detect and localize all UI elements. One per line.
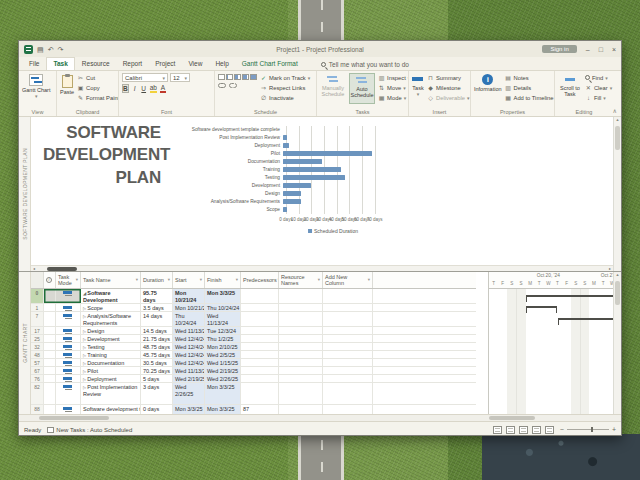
indicator-cell[interactable]	[44, 351, 56, 358]
summary-task-bar[interactable]	[558, 318, 622, 323]
finish-cell[interactable]: Mon 3/3/25	[205, 405, 241, 414]
finish-cell[interactable]: Tue 12/3/24	[205, 327, 241, 334]
timeline-scroll-handle[interactable]	[489, 416, 535, 420]
expand-icon[interactable]: ▷	[83, 353, 86, 358]
expand-icon[interactable]: ▷	[83, 369, 86, 374]
duration-cell[interactable]: 5 days	[141, 375, 173, 382]
row-id-cell[interactable]: 32	[31, 343, 44, 350]
sign-in-button[interactable]: Sign in	[542, 45, 576, 53]
task-name-cell[interactable]: ▷Development	[81, 335, 141, 342]
duration-cell[interactable]: 3 days	[141, 383, 173, 404]
format-painter-button[interactable]: ✎Format Painter	[77, 93, 115, 102]
finish-cell[interactable]: Mon 3/3/25	[205, 289, 241, 303]
add-new-column-cell[interactable]	[323, 405, 373, 414]
column-header-mode[interactable]: Task Mode▾	[56, 272, 81, 288]
scrollbar-handle[interactable]	[615, 281, 620, 305]
table-row[interactable]: 1▷Scope3.5 daysMon 10/21/24Thu 10/24/24	[31, 304, 476, 312]
indicator-cell[interactable]	[44, 289, 56, 303]
link-tasks-icon[interactable]	[218, 83, 226, 88]
task-mode-cell[interactable]	[56, 304, 81, 311]
collapse-ribbon-icon[interactable]: ∧	[613, 107, 617, 114]
add-new-column-cell[interactable]	[323, 327, 373, 334]
duration-cell[interactable]: 14.5 days	[141, 327, 173, 334]
table-row[interactable]: 82▷Post Implementation Review3 daysWed 2…	[31, 383, 476, 405]
expand-icon[interactable]: ▷	[83, 306, 86, 311]
row-id-cell[interactable]: 76	[31, 375, 44, 382]
new-tasks-mode[interactable]: New Tasks : Auto Scheduled	[47, 427, 132, 433]
mode-button[interactable]: ▦Mode▾	[378, 93, 405, 102]
resource-names-cell[interactable]	[279, 367, 323, 374]
resource-names-cell[interactable]	[279, 312, 323, 326]
task-name-cell[interactable]: ▷Deployment	[81, 375, 141, 382]
start-cell[interactable]: Thu 10/24/24	[173, 312, 205, 326]
indicator-cell[interactable]	[44, 304, 56, 311]
gantt-chart-view-button[interactable]: Gantt Chart▾	[22, 73, 50, 100]
save-icon[interactable]: ▤	[37, 46, 44, 53]
inspect-button[interactable]: ▥Inspect▾	[378, 73, 405, 82]
information-button[interactable]: i Information	[474, 73, 502, 92]
expand-icon[interactable]: ▷	[83, 377, 86, 382]
add-new-column-cell[interactable]	[323, 367, 373, 374]
resource-names-cell[interactable]	[279, 289, 323, 303]
respect-links-button[interactable]: ⇒Respect Links	[260, 83, 310, 92]
task-name-cell[interactable]: ▷Training	[81, 351, 141, 358]
move-button[interactable]: ⇅Move▾	[378, 83, 405, 92]
tab-report[interactable]: Report	[117, 58, 149, 70]
task-name-cell[interactable]: ▷Analysis/Software Requirements	[81, 312, 141, 326]
auto-schedule-button[interactable]: Auto Schedule	[349, 73, 375, 104]
add-new-column-cell[interactable]	[323, 375, 373, 382]
expand-icon[interactable]: ▷	[83, 345, 86, 350]
task-mode-cell[interactable]	[56, 359, 81, 366]
table-row[interactable]: 76▷Deployment5 daysWed 2/19/25Wed 2/26/2…	[31, 375, 476, 383]
column-header-resource[interactable]: Resource Names▾	[279, 272, 323, 288]
add-new-column-cell[interactable]	[323, 351, 373, 358]
column-header-addnew[interactable]: Add New Column▾	[323, 272, 373, 288]
table-scroll-handle[interactable]	[39, 416, 109, 420]
indicator-cell[interactable]	[44, 327, 56, 334]
finish-cell[interactable]: Wed 11/13/24	[205, 312, 241, 326]
task-name-cell[interactable]: ▷Documentation	[81, 359, 141, 366]
indicator-cell[interactable]	[44, 367, 56, 374]
predecessors-cell[interactable]	[241, 327, 279, 334]
duration-cell[interactable]: 45.75 days	[141, 351, 173, 358]
add-new-column-cell[interactable]	[323, 304, 373, 311]
resource-names-cell[interactable]	[279, 351, 323, 358]
expand-icon[interactable]: ▷	[83, 314, 86, 319]
percent-100-icon[interactable]	[250, 74, 257, 80]
task-mode-cell[interactable]	[56, 405, 81, 414]
expand-icon[interactable]: ◢	[83, 291, 86, 296]
add-new-column-cell[interactable]	[323, 289, 373, 303]
report-vertical-scrollbar[interactable]: ▲	[613, 117, 621, 271]
column-header-duration[interactable]: Duration▾	[141, 272, 173, 288]
task-name-cell[interactable]: Software development template complete	[81, 405, 141, 414]
finish-cell[interactable]: Wed 2/26/25	[205, 375, 241, 382]
duration-cell[interactable]: 14 days	[141, 312, 173, 326]
column-header-id[interactable]	[31, 272, 44, 288]
start-cell[interactable]: Wed 12/4/24	[173, 343, 205, 350]
table-row[interactable]: 48▷Training45.75 daysWed 12/4/24Wed 2/5/…	[31, 351, 476, 359]
team-planner-view-icon[interactable]	[519, 426, 528, 434]
cut-button[interactable]: ✂Cut	[77, 73, 115, 82]
tell-me-search[interactable]: Tell me what you want to do	[321, 61, 409, 70]
duration-cell[interactable]: 95.75 days	[141, 289, 173, 303]
resource-names-cell[interactable]	[279, 304, 323, 311]
add-new-column-cell[interactable]	[323, 383, 373, 404]
notes-button[interactable]: ▤Notes	[505, 73, 551, 82]
start-cell[interactable]: Wed 12/4/24	[173, 359, 205, 366]
resource-names-cell[interactable]	[279, 383, 323, 404]
duration-cell[interactable]: 21.75 days	[141, 335, 173, 342]
table-row[interactable]: 88Software development template complete…	[31, 405, 476, 414]
indicator-cell[interactable]	[44, 375, 56, 382]
resource-names-cell[interactable]	[279, 359, 323, 366]
duration-cell[interactable]: 70.25 days	[141, 367, 173, 374]
duration-cell[interactable]: 0 days	[141, 405, 173, 414]
duration-cell[interactable]: 48.75 days	[141, 343, 173, 350]
paste-button[interactable]: Paste	[60, 73, 74, 95]
report-view-icon[interactable]	[545, 426, 554, 434]
column-header-name[interactable]: Task Name▾	[81, 272, 141, 288]
table-row[interactable]: 7▷Analysis/Software Requirements14 daysT…	[31, 312, 476, 327]
indicator-cell[interactable]	[44, 405, 56, 414]
start-cell[interactable]: Wed 2/19/25	[173, 375, 205, 382]
expand-icon[interactable]: ▷	[83, 361, 86, 366]
predecessors-cell[interactable]	[241, 289, 279, 303]
